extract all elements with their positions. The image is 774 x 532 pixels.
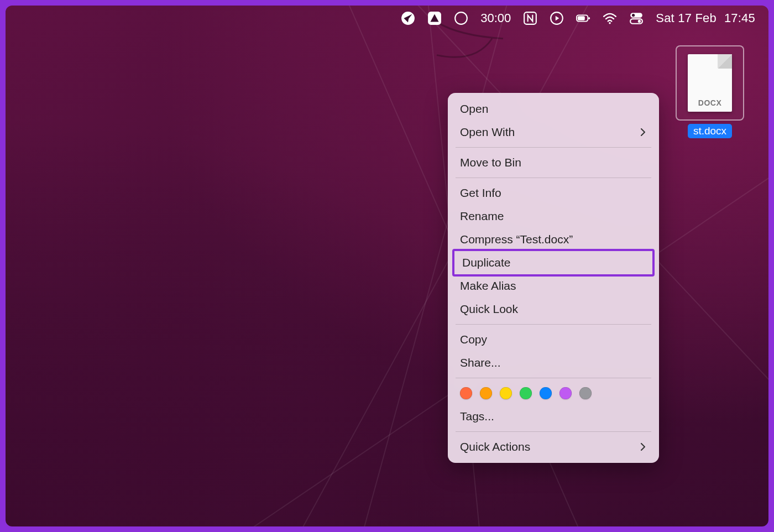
notion-icon[interactable] <box>523 11 537 25</box>
battery-icon[interactable] <box>576 11 590 25</box>
menu-item-copy[interactable]: Copy <box>448 328 659 351</box>
tag-blue[interactable] <box>540 387 552 399</box>
menu-separator <box>456 378 651 378</box>
context-menu: Open Open With Move to Bin Get Info Rena… <box>448 93 659 463</box>
menu-bar-time: 17:45 <box>724 11 755 25</box>
tag-purple[interactable] <box>559 387 572 399</box>
desktop-file[interactable]: DOCX st.docx <box>676 45 744 138</box>
menu-bar: 30:00 Sat 17 Feb 17:45 <box>6 6 768 31</box>
wifi-icon[interactable] <box>603 11 617 25</box>
menu-separator <box>456 431 651 432</box>
menu-item-get-info[interactable]: Get Info <box>448 181 659 205</box>
menu-item-make-alias[interactable]: Make Alias <box>448 274 659 298</box>
menu-item-share[interactable]: Share... <box>448 351 659 374</box>
file-extension-badge: DOCX <box>688 98 732 107</box>
location-icon[interactable] <box>401 11 415 25</box>
menu-item-compress[interactable]: Compress “Test.docx” <box>448 228 659 251</box>
file-thumbnail: DOCX <box>688 54 732 112</box>
menu-item-duplicate[interactable]: Duplicate <box>452 249 655 277</box>
svg-point-12 <box>638 20 641 23</box>
desktop[interactable]: 30:00 Sat 17 Feb 17:45 DOCX st.docx <box>4 4 770 528</box>
svg-point-10 <box>632 14 635 17</box>
svg-point-8 <box>609 22 611 24</box>
annotation-frame: 30:00 Sat 17 Feb 17:45 DOCX st.docx <box>0 0 774 532</box>
svg-rect-6 <box>578 16 585 20</box>
menu-item-move-to-bin[interactable]: Move to Bin <box>448 151 659 174</box>
menu-item-rename[interactable]: Rename <box>448 205 659 228</box>
tag-green[interactable] <box>520 387 532 399</box>
chevron-right-icon <box>639 440 647 453</box>
menu-item-quick-look[interactable]: Quick Look <box>448 298 659 321</box>
menu-item-open[interactable]: Open <box>448 97 659 121</box>
tag-orange[interactable] <box>480 387 492 399</box>
menu-item-tags[interactable]: Tags... <box>448 405 659 428</box>
record-circle-icon[interactable] <box>454 11 468 25</box>
tag-gray[interactable] <box>579 387 592 399</box>
svg-point-2 <box>455 12 467 24</box>
menu-separator <box>456 147 651 148</box>
tag-red[interactable] <box>460 387 472 399</box>
control-center-icon[interactable] <box>629 11 644 25</box>
chevron-right-icon <box>639 126 647 139</box>
play-circle-icon[interactable] <box>550 11 564 25</box>
svg-rect-7 <box>589 17 590 19</box>
menu-item-open-with[interactable]: Open With <box>448 121 659 144</box>
menu-item-quick-actions[interactable]: Quick Actions <box>448 435 659 458</box>
menu-separator <box>456 324 651 325</box>
tag-color-row <box>448 382 659 405</box>
file-thumbnail-selection: DOCX <box>676 45 744 121</box>
timer-readout[interactable]: 30:00 <box>480 11 511 25</box>
tag-yellow[interactable] <box>500 387 512 399</box>
menu-bar-date: Sat 17 Feb <box>656 11 717 25</box>
file-name-label[interactable]: st.docx <box>688 124 732 138</box>
menu-separator <box>456 178 651 178</box>
menu-bar-clock[interactable]: Sat 17 Feb 17:45 <box>656 11 755 25</box>
triangle-app-icon[interactable] <box>427 11 442 25</box>
